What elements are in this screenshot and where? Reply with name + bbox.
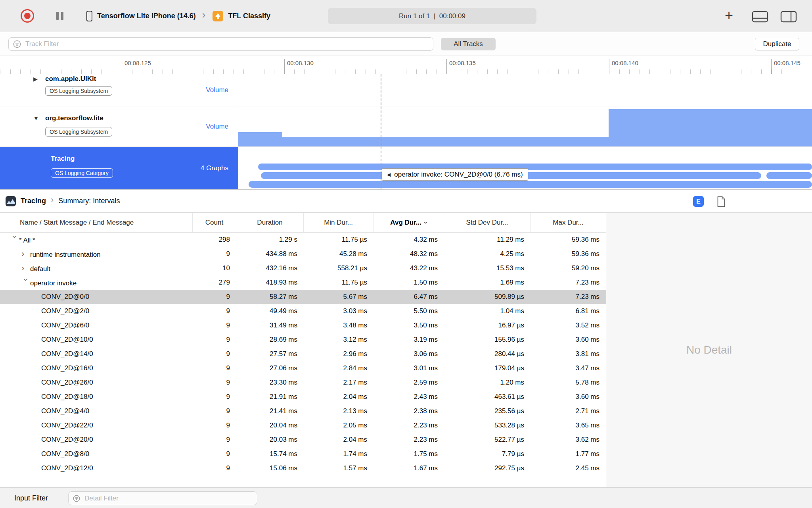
tooltip-arrow-icon: ◀ [387, 172, 391, 177]
expanded-detail-button[interactable]: E [693, 196, 704, 207]
volume-chart[interactable] [238, 106, 812, 146]
track-title: org.tensorflow.lite [45, 114, 103, 122]
disclosure-triangle-icon[interactable]: ▶ [33, 76, 38, 82]
track-header[interactable]: Tracing OS Logging Category 4 Graphs [0, 147, 238, 189]
cell-avg: 43.22 ms [373, 261, 444, 275]
track-org-tensorflow-lite[interactable]: ▼ org.tensorflow.lite OS Logging Subsyst… [0, 106, 812, 147]
row-name: CONV_2D@0/0 [41, 293, 89, 300]
row-name-cell: CONV_2D@16/0 [0, 361, 193, 375]
detail-filter-input[interactable] [84, 494, 253, 503]
track-com-apple-uikit[interactable]: ▶ com.apple.UIKit OS Logging Subsystem V… [0, 74, 812, 106]
cell-avg: 2.38 ms [373, 404, 444, 418]
cell-duration: 21.41 ms [236, 404, 304, 418]
interval-bar[interactable] [249, 181, 812, 188]
disclosure-chevron-icon[interactable]: › [21, 247, 30, 261]
toggle-bottom-pane-button[interactable] [752, 11, 768, 23]
device-selector[interactable]: Tensorflow Lite iPhone (14.6) [97, 12, 196, 20]
inspector-panel: No Detail [606, 213, 812, 487]
interval-bar[interactable] [258, 164, 812, 170]
track-meta-label: Volume [206, 86, 228, 94]
table-row[interactable]: ›operator invoke279418.93 ms11.75 µs1.50… [0, 275, 606, 290]
cell-avg: 48.32 ms [373, 247, 444, 261]
track-title: Tracing [51, 155, 75, 163]
table-row[interactable]: CONV_2D@22/0920.04 ms2.05 ms2.23 ms533.2… [0, 418, 606, 433]
table-row[interactable]: ›runtime instrumentation9434.88 ms45.28 … [0, 247, 606, 261]
filter-bar: All Tracks Duplicate [0, 32, 812, 56]
cell-duration: 20.03 ms [236, 433, 304, 447]
input-filter-menu[interactable]: Input Filter [14, 488, 48, 508]
add-instrument-button[interactable]: + [725, 7, 733, 24]
column-header[interactable]: Max Dur... [530, 213, 606, 232]
disclosure-chevron-icon[interactable]: › [21, 261, 30, 275]
column-header[interactable]: Count [193, 213, 236, 232]
cell-max: 59.36 ms [530, 247, 606, 261]
cell-duration: 432.16 ms [236, 261, 304, 275]
table-row[interactable]: CONV_2D@8/0915.74 ms1.74 ms1.75 ms7.79 µ… [0, 447, 606, 461]
uikit-track-chart[interactable] [238, 74, 812, 106]
cell-std: 1.04 ms [444, 304, 530, 318]
table-row[interactable]: CONV_2D@4/0921.41 ms2.13 ms2.38 ms235.56… [0, 404, 606, 418]
column-header[interactable]: Avg Dur...› [373, 213, 444, 232]
record-button[interactable] [21, 9, 34, 23]
target-app-selector[interactable]: TFL Classify [228, 12, 270, 20]
table-row[interactable]: CONV_2D@16/0927.06 ms2.84 ms3.01 ms179.0… [0, 361, 606, 375]
detail-header: Tracing › Summary: Intervals E [0, 189, 812, 213]
toolbar: Tensorflow Lite iPhone (14.6) › TFL Clas… [0, 0, 812, 32]
ruler-time-label: 00:08.135 [446, 59, 476, 74]
track-filter-input[interactable] [25, 40, 429, 48]
ruler-time-label: 00:08.125 [122, 59, 151, 74]
row-name-cell: ›* All * [0, 233, 193, 247]
column-header[interactable]: Std Dev Dur... [444, 213, 530, 232]
tracing-lanes[interactable]: ◀ operator invoke: CONV_2D@0/0 (6.76 ms) [238, 147, 812, 189]
timeline-ruler[interactable]: 00:08.12500:08.13000:08.13500:08.14000:0… [0, 56, 812, 74]
track-header[interactable]: ▼ org.tensorflow.lite OS Logging Subsyst… [0, 106, 238, 146]
cell-duration: 1.29 s [236, 233, 304, 247]
playhead-line[interactable] [381, 74, 381, 189]
breadcrumb-instrument[interactable]: Tracing [21, 197, 46, 205]
chevron-right-icon: › [51, 196, 54, 206]
document-icon[interactable] [717, 196, 726, 207]
interval-bar[interactable] [766, 172, 812, 179]
cell-std: 280.44 µs [444, 347, 530, 361]
breadcrumb-view[interactable]: Summary: Intervals [58, 197, 120, 205]
cell-min: 3.12 ms [304, 333, 373, 347]
cell-std: 509.89 µs [444, 290, 530, 304]
table-row[interactable]: CONV_2D@14/0927.57 ms2.96 ms3.06 ms280.4… [0, 347, 606, 361]
cell-count: 279 [193, 275, 236, 290]
table-row[interactable]: CONV_2D@26/0923.30 ms2.17 ms2.59 ms1.20 … [0, 375, 606, 390]
cell-min: 2.04 ms [304, 433, 373, 447]
cell-avg: 2.43 ms [373, 390, 444, 404]
track-header[interactable]: ▶ com.apple.UIKit OS Logging Subsystem V… [0, 74, 238, 106]
all-tracks-button[interactable]: All Tracks [441, 38, 496, 50]
pause-button[interactable] [56, 12, 63, 20]
column-header[interactable]: Min Dur... [304, 213, 373, 232]
column-header[interactable]: Name / Start Message / End Message [0, 213, 193, 232]
track-tracing[interactable]: Tracing OS Logging Category 4 Graphs ◀ o… [0, 147, 812, 189]
target-app-icon [213, 11, 223, 21]
table-row[interactable]: CONV_2D@2/0949.49 ms3.03 ms5.50 ms1.04 m… [0, 304, 606, 318]
duplicate-button[interactable]: Duplicate [755, 38, 799, 50]
row-name: CONV_2D@8/0 [41, 450, 89, 458]
table-row[interactable]: CONV_2D@18/0921.91 ms2.04 ms2.43 ms463.6… [0, 390, 606, 404]
column-header[interactable]: Duration [236, 213, 304, 232]
cell-max: 3.81 ms [530, 347, 606, 361]
table-row[interactable]: ›* All *2981.29 s11.75 µs4.32 ms11.29 ms… [0, 233, 606, 247]
table-row[interactable]: CONV_2D@6/0931.49 ms3.48 ms3.50 ms16.97 … [0, 318, 606, 333]
table-row[interactable]: ›default10432.16 ms558.21 µs43.22 ms15.5… [0, 261, 606, 275]
cell-duration: 58.27 ms [236, 290, 304, 304]
row-name: CONV_2D@6/0 [41, 321, 89, 329]
disclosure-chevron-icon[interactable]: › [8, 235, 22, 244]
table-row[interactable]: CONV_2D@10/0928.69 ms3.12 ms3.19 ms155.9… [0, 333, 606, 347]
intervals-table: Name / Start Message / End MessageCountD… [0, 213, 606, 487]
cell-std: 179.04 µs [444, 361, 530, 375]
table-row[interactable]: CONV_2D@12/0915.06 ms1.57 ms1.67 ms292.7… [0, 461, 606, 475]
cell-max: 5.78 ms [530, 375, 606, 390]
table-row[interactable]: CONV_2D@20/0920.03 ms2.04 ms2.23 ms522.7… [0, 433, 606, 447]
track-filter-field[interactable] [8, 37, 433, 51]
disclosure-triangle-icon[interactable]: ▼ [33, 115, 39, 121]
detail-filter-field[interactable] [68, 491, 257, 505]
toggle-right-pane-button[interactable] [780, 11, 797, 23]
instruments-window: Tensorflow Lite iPhone (14.6) › TFL Clas… [0, 0, 812, 508]
table-row[interactable]: CONV_2D@0/0958.27 ms5.67 ms6.47 ms509.89… [0, 290, 606, 304]
disclosure-chevron-icon[interactable]: › [19, 278, 33, 287]
